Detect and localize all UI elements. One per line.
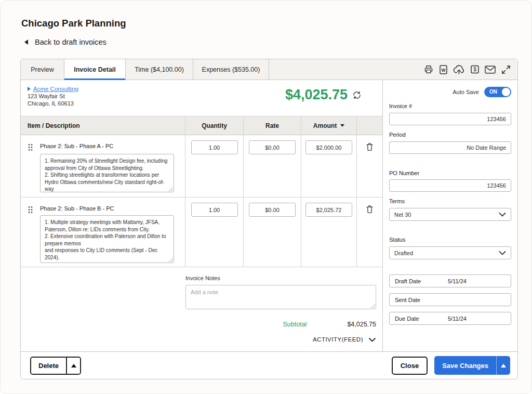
header-item-description: Item / Description: [21, 116, 185, 135]
subtotal-value: $4,025.75: [347, 321, 376, 328]
po-number-label: PO Number: [389, 170, 511, 176]
item-description-input[interactable]: 1. Multiple strategy meetings with Matta…: [40, 215, 174, 263]
header-quantity: Quantity: [185, 116, 244, 135]
invoice-notes-label: Invoice Notes: [185, 275, 376, 281]
tab-preview[interactable]: Preview: [21, 59, 64, 80]
quantity-input[interactable]: [191, 140, 238, 154]
status-select[interactable]: Drafted: [389, 246, 511, 259]
invoice-main-panel: Acme Consulting 123 Wayfair St Chicago, …: [21, 80, 382, 351]
po-number-input[interactable]: [389, 179, 511, 192]
sent-date-field[interactable]: Sent Date: [389, 293, 511, 306]
invoice-total: $4,025.75: [285, 87, 348, 103]
client-expand-icon: [28, 87, 31, 91]
invoice-toolbar: W $: [423, 59, 517, 80]
activity-feed-toggle[interactable]: ACTIVITY(FEED): [185, 336, 376, 343]
auto-save-state: ON: [489, 89, 497, 95]
period-label: Period: [389, 132, 511, 138]
due-date-field[interactable]: Due Date 5/11/24: [389, 312, 511, 325]
delete-dropdown-button[interactable]: [66, 358, 80, 374]
delete-line-item-icon[interactable]: [365, 142, 374, 152]
word-export-icon[interactable]: W: [440, 65, 447, 74]
auto-save-toggle[interactable]: ON: [484, 87, 511, 97]
amount-input[interactable]: [305, 140, 352, 154]
notes-summary-section: Invoice Notes Subtotal $4,025.75 ACTIVIT…: [21, 267, 382, 351]
delete-split-button: Delete: [30, 357, 81, 375]
save-dropdown-button[interactable]: [496, 356, 510, 375]
invoice-editor-card: Preview Invoice Detail Time ($4,100.00) …: [20, 59, 518, 379]
app-window: Chicago Park Planning Back to draft invo…: [0, 0, 532, 394]
save-split-button: Save Changes: [434, 356, 510, 375]
invoice-number-label: Invoice #: [389, 103, 511, 109]
email-icon[interactable]: [485, 65, 496, 74]
toggle-knob: [502, 88, 510, 96]
quantity-input[interactable]: [191, 203, 238, 217]
expand-icon[interactable]: [501, 65, 511, 74]
tab-time[interactable]: Time ($4,100.00): [126, 59, 193, 80]
draft-date-value: 5/11/24: [448, 278, 467, 284]
tab-expenses[interactable]: Expenses ($535.00): [193, 59, 269, 80]
tab-bar: Preview Invoice Detail Time ($4,100.00) …: [21, 59, 517, 80]
back-link[interactable]: Back to draft invoices: [24, 38, 107, 46]
page-title: Chicago Park Planning: [21, 18, 126, 29]
cloud-upload-icon[interactable]: [453, 64, 465, 74]
payment-icon[interactable]: $: [471, 65, 479, 74]
line-items-header: Item / Description Quantity Rate Amount: [21, 116, 382, 135]
chevron-down-icon: [499, 251, 506, 255]
invoice-settings-sidebar: Auto Save ON Invoice # Period PO Number …: [382, 80, 517, 351]
subtotal-label: Subtotal: [283, 321, 307, 328]
client-address-line2: Chicago, IL 60613: [28, 100, 78, 107]
item-description-input[interactable]: 1. Remaining 20% of Streetlight Design f…: [40, 154, 174, 192]
rate-input[interactable]: [249, 140, 296, 154]
close-button[interactable]: Close: [392, 357, 428, 375]
arrow-up-icon: [501, 364, 506, 367]
header-rate: Rate: [244, 116, 301, 135]
rate-input[interactable]: [249, 203, 296, 217]
auto-save-label: Auto Save: [453, 89, 479, 95]
drag-handle-icon[interactable]: [28, 206, 33, 214]
print-icon[interactable]: [423, 64, 434, 74]
delete-button[interactable]: Delete: [31, 358, 66, 374]
line-item-row: Phase 2: Sub - Phase B - PC 1. Multiple …: [21, 198, 382, 267]
amount-input[interactable]: [305, 203, 352, 217]
action-footer: Delete Close Save Changes: [21, 351, 517, 379]
sort-down-icon: [340, 124, 344, 127]
status-label: Status: [389, 237, 511, 243]
back-arrow-icon: [24, 40, 28, 45]
svg-text:$: $: [473, 67, 476, 72]
tab-invoice-detail[interactable]: Invoice Detail: [64, 59, 126, 80]
invoice-notes-input[interactable]: [185, 285, 376, 309]
svg-text:W: W: [441, 67, 446, 72]
invoice-number-input[interactable]: [389, 113, 511, 125]
client-total-section: Acme Consulting 123 Wayfair St Chicago, …: [21, 80, 382, 116]
delete-line-item-icon[interactable]: [365, 204, 374, 215]
client-info: Acme Consulting 123 Wayfair St Chicago, …: [28, 85, 78, 107]
chevron-down-icon: [499, 212, 506, 217]
refresh-total-icon[interactable]: [352, 90, 362, 100]
draft-date-field[interactable]: Draft Date 5/11/24: [389, 274, 511, 287]
period-input[interactable]: [389, 141, 511, 154]
line-item-row: Phase 2: Sub - Phase A - PC 1. Remaining…: [21, 135, 382, 198]
arrow-up-icon: [71, 364, 76, 367]
due-date-value: 5/11/24: [448, 316, 467, 322]
client-name-link[interactable]: Acme Consulting: [33, 85, 78, 93]
chevron-down-icon: [368, 337, 376, 342]
save-changes-button[interactable]: Save Changes: [434, 356, 496, 375]
header-amount-sort[interactable]: Amount: [301, 116, 357, 135]
item-title: Phase 2: Sub - Phase A - PC: [40, 143, 113, 149]
back-link-label: Back to draft invoices: [35, 38, 107, 46]
terms-label: Terms: [389, 198, 511, 204]
item-title: Phase 2: Sub - Phase B - PC: [40, 205, 114, 212]
header-actions: [357, 116, 382, 135]
client-address-line1: 123 Wayfair St: [28, 93, 78, 100]
drag-handle-icon[interactable]: [28, 143, 33, 151]
terms-select[interactable]: Net 30: [389, 208, 511, 221]
